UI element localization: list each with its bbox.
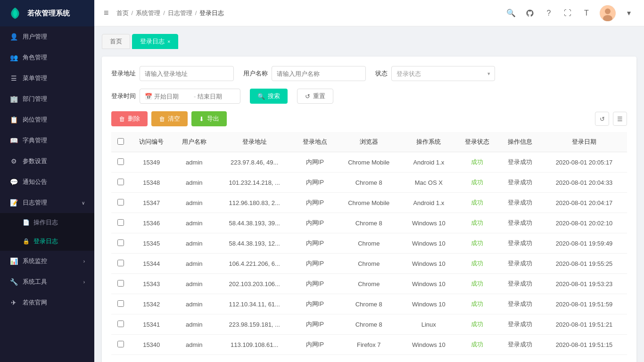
col-browser: 浏览器 [336,132,402,152]
row-login-loc-5: 内网IP [294,254,336,274]
font-icon[interactable]: T [581,8,592,19]
github-icon[interactable] [524,8,536,19]
login-log-icon: 🔒 [23,238,30,245]
sidebar-item-param-settings[interactable]: ⚙ 参数设置 [0,151,94,172]
column-settings-button[interactable]: ☰ [613,112,627,126]
chevron-right-icon-2: › [83,280,85,285]
time-filter: 登录时间 📅 - [111,89,240,104]
row-id-4: 15345 [130,233,173,254]
row-checkbox-0[interactable] [117,158,124,165]
sidebar-item-log-mgmt[interactable]: 📝 日志管理 ∨ [0,192,94,213]
reset-button[interactable]: ↺ 重置 [297,89,333,104]
help-icon[interactable]: ? [543,8,554,19]
date-start-input[interactable] [154,93,192,100]
row-browser-4: Chrome [336,233,402,254]
row-info-8: 登录成功 [499,314,541,335]
row-login-addr-2: 112.96.180.83, 2... [215,193,294,213]
row-browser-1: Chrome 8 [336,173,402,193]
row-status-8: 成功 [456,314,498,335]
search-button[interactable]: 🔍 搜索 [250,89,288,104]
sidebar-item-op-log[interactable]: 📄 操作日志 [0,213,94,232]
row-date-3: 2020-08-01 20:02:10 [541,213,627,233]
row-checkbox-cell-5 [111,254,130,274]
refresh-button[interactable]: ↺ [595,112,609,126]
status-filter: 状态 登录状态 成功 失败 ▾ [375,66,495,81]
row-checkbox-1[interactable] [117,179,124,185]
col-login-loc: 登录地点 [294,132,336,152]
date-end-input[interactable] [198,93,235,100]
login-addr-input[interactable] [140,66,234,81]
row-status-2: 成功 [456,193,498,213]
sidebar-item-sys-tools[interactable]: 🔧 系统工具 › [0,272,94,292]
date-range-picker[interactable]: 📅 - [140,89,240,104]
action-left: 🗑 删除 🗑 清空 ⬇ 导出 [111,111,227,126]
role-icon: 👥 [9,53,18,62]
clear-btn-label: 清空 [168,115,180,123]
sidebar-item-dict-mgmt[interactable]: 📖 字典管理 [0,130,94,151]
row-checkbox-4[interactable] [117,239,124,246]
breadcrumb-sys-mgmt[interactable]: 系统管理 [136,9,160,17]
sidebar-item-dept-mgmt[interactable]: 🏢 部门管理 [0,89,94,109]
row-id-6: 15343 [130,274,173,294]
username-input[interactable] [272,66,366,81]
sidebar-item-role-mgmt[interactable]: 👥 角色管理 [0,47,94,68]
fullscreen-icon[interactable]: ⛶ [562,8,573,19]
row-checkbox-5[interactable] [117,260,124,266]
row-checkbox-3[interactable] [117,219,124,226]
row-checkbox-9[interactable] [117,341,124,347]
row-id-9: 15340 [130,335,173,355]
sidebar-item-ruoyi-site[interactable]: ✈ 若依官网 [0,292,94,313]
tab-home[interactable]: 首页 [102,34,130,49]
export-icon: ⬇ [199,115,204,123]
dropdown-arrow-icon[interactable]: ▾ [623,8,635,19]
delete-icon: 🗑 [119,115,125,123]
row-checkbox-8[interactable] [117,321,124,327]
row-checkbox-7[interactable] [117,300,124,307]
row-username-3: admin [173,213,215,233]
sidebar-label-notice: 通知公告 [23,178,85,186]
breadcrumb-log-mgmt[interactable]: 日志管理 [168,9,192,17]
row-os-2: Android 1.x [402,193,456,213]
row-info-0: 登录成功 [499,152,541,173]
table-row: 15348 admin 101.232.14.218, ... 内网IP Chr… [111,173,627,193]
row-login-addr-3: 58.44.38.193, 39... [215,213,294,233]
table-row: 15344 admin 106.4.221.206, 6... 内网IP Chr… [111,254,627,274]
sidebar-item-login-log[interactable]: 🔒 登录日志 [0,232,94,251]
menu-toggle-button[interactable]: ≡ [104,8,109,18]
export-button[interactable]: ⬇ 导出 [191,111,227,126]
table-row: 15342 admin 112.10.34.11, 61... 内网IP Chr… [111,294,627,314]
row-username-6: admin [173,274,215,294]
row-login-addr-9: 113.109.108.61... [215,335,294,355]
table-row: 15341 admin 223.98.159.181, ... 内网IP Chr… [111,314,627,335]
sidebar-item-menu-mgmt[interactable]: ☰ 菜单管理 [0,68,94,89]
delete-button[interactable]: 🗑 删除 [111,111,148,126]
row-checkbox-2[interactable] [117,199,124,206]
select-all-checkbox[interactable] [117,138,124,145]
row-login-loc-0: 内网IP [294,152,336,173]
row-checkbox-cell-1 [111,173,130,193]
breadcrumb-home[interactable]: 首页 [116,9,129,17]
sidebar-item-sys-monitor[interactable]: 📊 系统监控 › [0,251,94,272]
clear-button[interactable]: 🗑 清空 [151,111,188,126]
action-right: ↺ ☰ [595,112,627,126]
row-os-8: Linux [402,314,456,335]
status-select[interactable]: 登录状态 成功 失败 [391,66,495,81]
row-login-addr-0: 223.97.8.46, 49... [215,152,294,173]
avatar[interactable] [600,5,616,21]
chevron-right-icon: › [83,259,85,264]
tab-close-icon[interactable]: × [167,39,170,44]
table-row: 15346 admin 58.44.38.193, 39... 内网IP Chr… [111,213,627,233]
search-icon[interactable]: 🔍 [505,8,517,19]
sidebar-item-notice[interactable]: 💬 通知公告 [0,172,94,192]
sidebar-item-post-mgmt[interactable]: 📋 岗位管理 [0,109,94,130]
tools-icon: 🔧 [9,278,18,286]
user-icon: 👤 [9,33,18,41]
sidebar-item-user-mgmt[interactable]: 👤 用户管理 [0,26,94,47]
row-browser-6: Chrome [336,274,402,294]
tab-login-log[interactable]: 登录日志 × [132,34,178,49]
post-icon: 📋 [9,115,18,124]
row-checkbox-6[interactable] [117,280,124,287]
row-id-2: 15347 [130,193,173,213]
row-info-4: 登录成功 [499,233,541,254]
sidebar-label-menu-mgmt: 菜单管理 [23,74,85,82]
